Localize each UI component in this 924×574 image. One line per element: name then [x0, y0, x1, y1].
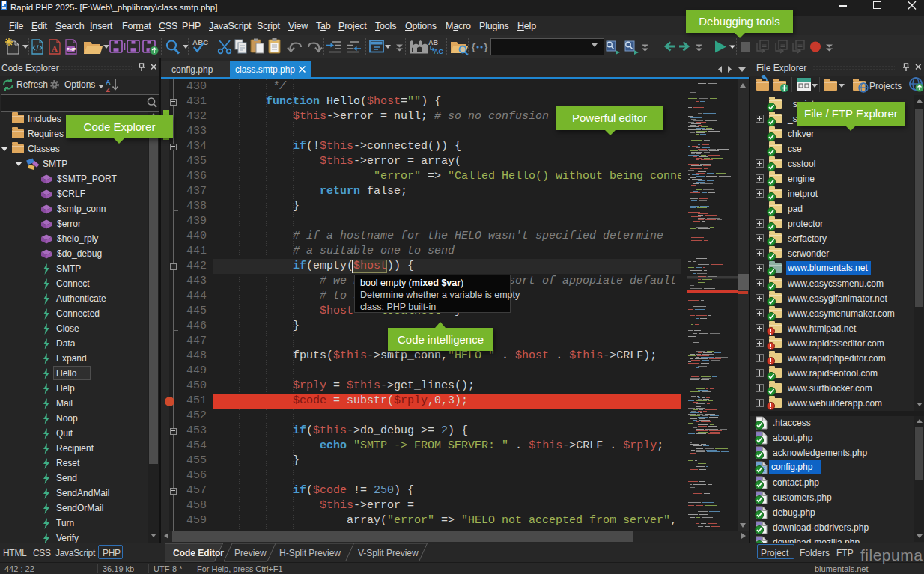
svg-text:A: A — [52, 44, 58, 53]
svg-text:ABC: ABC — [192, 38, 208, 46]
svg-text:AC: AC — [434, 48, 443, 55]
svg-text:{: { — [471, 43, 476, 53]
svg-text:Z: Z — [106, 85, 110, 93]
svg-text:}: } — [483, 43, 488, 53]
svg-text:AB: AB — [428, 39, 438, 46]
svg-text:PHP: PHP — [67, 47, 76, 52]
